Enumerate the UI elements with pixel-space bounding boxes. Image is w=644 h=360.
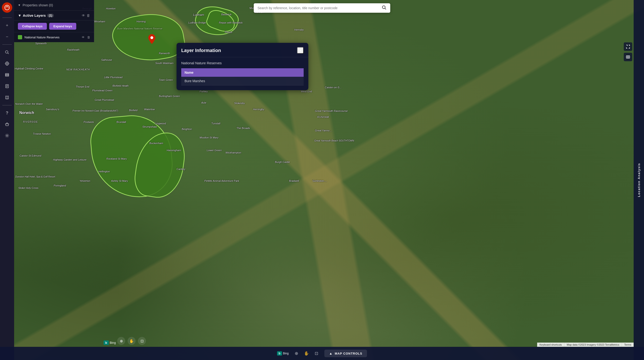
hand-btn[interactable]: ✋ [302,350,310,358]
keys-row: Collapse keys Expand keys [14,20,94,32]
active-layers-title: ▼ Active Layers (1) [18,14,54,18]
chevron-down-icon: ▼ [18,4,21,7]
svg-point-0 [150,36,153,39]
layer-actions: 👁 🗑 [82,14,90,18]
chevron-down-icon-2: ▼ [18,14,22,18]
layer-delete-icon[interactable]: 🗑 [87,36,90,39]
svg-line-3 [8,53,9,54]
visibility-icon[interactable]: 👁 [82,14,85,18]
search-input[interactable] [254,3,378,13]
delete-icon[interactable]: 🗑 [86,14,90,18]
popup-table: Name Bure Marshes [181,68,304,86]
map-container[interactable]: Belaugh Hoveton Horning Wroxham Ludham L… [0,0,644,360]
layers-panel: ▼ Properties shown (0) ▼ Active Layers (… [14,0,94,42]
app-logo[interactable] [2,2,12,13]
search-button[interactable] [378,3,390,13]
search-wrapper [254,3,390,13]
layer-info-popup: Layer Information × National Nature Rese… [176,43,308,90]
expand-chevron-icon: ▲ [329,352,332,355]
properties-header: ▼ Properties shown (0) [14,0,94,10]
svg-line-20 [385,8,386,10]
gps-btn[interactable]: ⊕ [293,350,300,358]
svg-point-4 [6,62,9,65]
bing-label: Bing [283,352,288,355]
expand-keys-button[interactable]: Expand keys [49,23,76,30]
svg-point-19 [382,6,385,8]
svg-point-5 [6,63,8,64]
popup-close-button[interactable]: × [297,47,304,54]
svg-rect-12 [6,75,9,76]
bing-logo: b Bing [104,340,116,345]
layer-color-indicator [18,35,22,39]
table-row: Bure Marshes [181,77,304,86]
layer-visibility-icon[interactable]: 👁 [82,36,85,39]
sidebar-help[interactable]: ? [2,108,12,118]
svg-point-18 [6,135,8,136]
keyboard-shortcuts[interactable]: Keyboard shortcuts [537,342,564,347]
location-analysis-panel[interactable]: Location Analysis [634,0,644,360]
map-controls-left: b Bing ⊕ ✋ ⊡ [277,350,320,358]
active-layers-label: Active Layers [23,14,46,18]
sidebar-location-search[interactable] [2,59,12,68]
sidebar-divider-2 [2,44,12,45]
sidebar-divider-1 [2,18,12,18]
map-controls-expand-button[interactable]: ▲ MAP CONTROLS [324,350,367,357]
location-analysis-label: Location Analysis [637,163,641,197]
bing-b-icon: b [277,351,282,356]
left-sidebar: + − [0,0,14,360]
location-analysis-container: Location Analysis [634,0,644,360]
map-nav-icons: ⊕ ✋ ⊡ [117,337,146,345]
sidebar-layers[interactable] [2,70,12,80]
popup-title: Layer Information [181,48,221,53]
sidebar-settings[interactable] [2,131,12,140]
bing-icon: b [104,340,109,345]
gps-locate-icon[interactable]: ⊕ [117,337,125,345]
collapse-keys-button[interactable]: Collapse keys [18,23,47,30]
map-data-text: Map data ©2023 Imagery ©2023 TerraMetric… [564,342,622,347]
terms-link[interactable]: Terms [622,342,634,347]
sidebar-zoom-out[interactable]: − [2,32,12,42]
bing-logo-bar: b Bing [277,351,288,356]
popup-header: Layer Information × [176,43,308,57]
popup-table-cell-value: Bure Marshes [181,77,304,86]
bing-text: Bing [110,341,116,344]
layer-item-nnr: National Nature Reserves 👁 🗑 [14,32,94,42]
properties-shown-text: Properties shown (0) [22,3,53,7]
sidebar-search[interactable] [2,48,12,57]
map-marker [148,34,155,45]
sidebar-zoom-in[interactable]: + [2,21,12,30]
sidebar-divider-3 [2,105,12,106]
sidebar-basket[interactable] [2,120,12,129]
pan-hand-icon[interactable]: ✋ [128,337,136,345]
map-controls-bar: b Bing ⊕ ✋ ⊡ ▲ MAP CONTROLS [0,347,644,360]
map-controls-label: MAP CONTROLS [335,352,362,355]
selection-icon[interactable]: ⊡ [138,337,146,345]
popup-table-header-name: Name [181,68,304,77]
active-layers-header: ▼ Active Layers (1) 👁 🗑 [14,10,94,20]
expand-icon[interactable] [624,42,632,51]
popup-body: National Nature Reserves Name Bure Marsh… [176,57,308,90]
active-layers-count: (1) [47,14,54,18]
sidebar-book[interactable] [2,93,12,102]
share-icon[interactable] [624,53,632,61]
top-right-icons [624,42,632,61]
svg-point-2 [6,50,8,53]
search-bar [254,3,390,13]
attribution-bar: Keyboard shortcuts Map data ©2023 Imager… [537,342,634,347]
sidebar-report[interactable] [2,82,12,91]
popup-layer-name: National Nature Reserves [181,61,304,65]
selection-btn[interactable]: ⊡ [313,350,320,358]
layer-name-nnr: National Nature Reserves [24,36,79,39]
